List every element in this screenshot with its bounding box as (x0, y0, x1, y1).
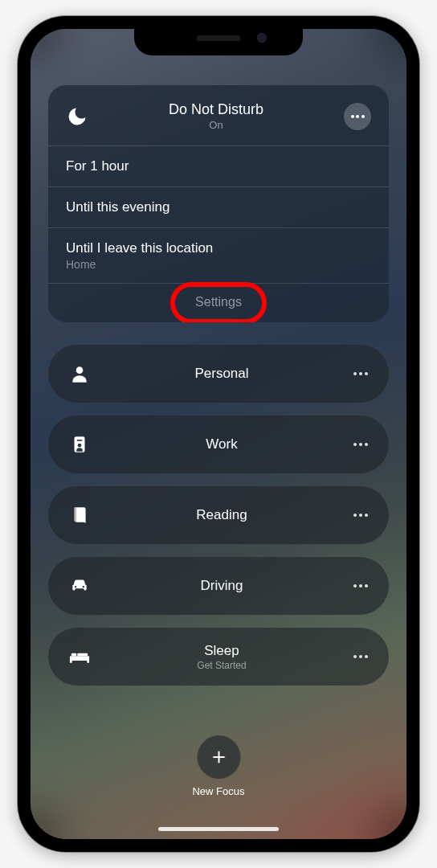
moon-icon (66, 105, 88, 128)
svg-rect-8 (70, 660, 72, 663)
svg-rect-7 (70, 656, 89, 661)
focus-label: Work (90, 436, 353, 452)
home-indicator[interactable] (158, 827, 279, 831)
more-button[interactable] (344, 103, 371, 130)
notch (134, 27, 303, 55)
badge-icon (69, 434, 90, 455)
svg-rect-10 (71, 653, 76, 656)
add-button[interactable] (197, 735, 240, 779)
dnd-option-evening[interactable]: Until this evening (48, 186, 389, 227)
dnd-status: On (88, 119, 344, 131)
dnd-option-location[interactable]: Until I leave this location Home (48, 227, 389, 283)
svg-rect-2 (77, 440, 83, 441)
ellipsis-icon[interactable] (353, 655, 368, 658)
focus-label: Reading (90, 507, 353, 523)
dnd-option-sublabel: Home (66, 258, 371, 271)
dnd-card: Do Not Disturb On For 1 hour Until this … (48, 85, 389, 322)
focus-pill-sleep[interactable]: Sleep Get Started (48, 628, 389, 686)
car-icon (69, 575, 90, 596)
svg-rect-4 (75, 507, 77, 523)
focus-label: Driving (90, 578, 353, 594)
dnd-option-1hour[interactable]: For 1 hour (48, 145, 389, 186)
svg-point-3 (78, 444, 82, 448)
phone-frame: Do Not Disturb On For 1 hour Until this … (18, 16, 419, 852)
ellipsis-icon (351, 115, 365, 118)
ellipsis-icon[interactable] (353, 514, 368, 517)
dnd-title: Do Not Disturb (88, 101, 344, 118)
ellipsis-icon[interactable] (353, 584, 368, 588)
dnd-option-label: For 1 hour (66, 158, 371, 174)
svg-point-5 (75, 586, 76, 588)
ellipsis-icon[interactable] (353, 372, 368, 375)
plus-icon (210, 748, 227, 766)
svg-rect-11 (77, 653, 88, 656)
focus-label: Sleep (90, 643, 353, 659)
dnd-header: Do Not Disturb On (48, 85, 389, 145)
person-icon (69, 363, 90, 384)
new-focus-label: New Focus (192, 785, 244, 797)
svg-point-0 (76, 366, 84, 374)
focus-sublabel: Get Started (90, 660, 353, 671)
settings-button[interactable]: Settings (48, 283, 389, 322)
dnd-option-label: Until I leave this location (66, 240, 371, 256)
svg-point-6 (83, 586, 84, 588)
book-icon (69, 505, 90, 526)
focus-pill-reading[interactable]: Reading (48, 486, 389, 544)
settings-label: Settings (195, 295, 242, 309)
ellipsis-icon[interactable] (353, 443, 368, 446)
bed-icon (69, 646, 90, 667)
focus-pill-driving[interactable]: Driving (48, 557, 389, 615)
focus-pill-work[interactable]: Work (48, 416, 389, 473)
dnd-option-label: Until this evening (66, 199, 371, 215)
new-focus[interactable]: New Focus (192, 735, 244, 797)
svg-rect-9 (87, 660, 89, 663)
focus-pill-personal[interactable]: Personal (48, 345, 389, 403)
screen: Do Not Disturb On For 1 hour Until this … (31, 29, 406, 839)
focus-label: Personal (90, 366, 353, 382)
